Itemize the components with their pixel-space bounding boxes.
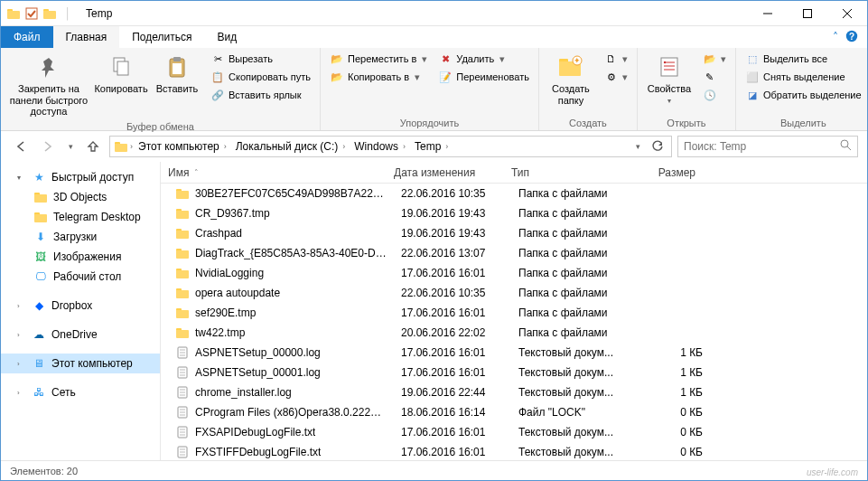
search-input[interactable] bbox=[684, 140, 835, 153]
copy-to-button[interactable]: 📂Копировать в▾ bbox=[326, 69, 431, 85]
tab-share[interactable]: Поделиться bbox=[119, 26, 204, 48]
table-row[interactable]: opera autoupdate22.06.2016 10:35Папка с … bbox=[161, 283, 867, 303]
pin-icon bbox=[34, 52, 63, 81]
copy-path-button[interactable]: 📋Скопировать путь bbox=[207, 69, 314, 85]
shortcut-icon: 🔗 bbox=[210, 88, 225, 102]
back-button[interactable] bbox=[10, 136, 32, 157]
recent-locations-button[interactable]: ▾ bbox=[64, 136, 77, 157]
qat-folder-icon[interactable] bbox=[42, 6, 57, 21]
up-button[interactable] bbox=[82, 136, 104, 157]
search-box[interactable] bbox=[677, 136, 858, 157]
move-icon: 📂 bbox=[330, 52, 344, 66]
svg-rect-6 bbox=[804, 9, 812, 17]
file-type: Папка с файлами bbox=[511, 267, 638, 279]
tab-home[interactable]: Главная bbox=[53, 26, 120, 48]
table-row[interactable]: ASPNETSetup_00001.log17.06.2016 16:01Тек… bbox=[161, 363, 867, 382]
invert-selection-button[interactable]: ◪Обратить выделение bbox=[742, 87, 865, 103]
forward-button[interactable] bbox=[37, 136, 59, 157]
rename-button[interactable]: 📝Переименовать bbox=[434, 69, 533, 85]
tab-view[interactable]: Вид bbox=[204, 26, 249, 48]
table-row[interactable]: FXSTIFFDebugLogFile.txt17.06.2016 16:01Т… bbox=[161, 442, 867, 460]
file-list[interactable]: 30BE27EFC07C65C49AD998B7A227412F-S...22.… bbox=[161, 184, 867, 460]
file-date: 17.06.2016 16:01 bbox=[394, 366, 511, 379]
address-bar[interactable]: › Этот компьютер› Локальный диск (C:)› W… bbox=[109, 136, 672, 157]
sidebar-item-pictures[interactable]: 🖼Изображения bbox=[1, 247, 160, 267]
pin-quickaccess-button[interactable]: Закрепить на панели быстрого доступа bbox=[6, 51, 91, 119]
address-dropdown-button[interactable]: ▾ bbox=[628, 137, 648, 156]
file-type: Папка с файлами bbox=[511, 247, 638, 259]
file-date: 22.06.2016 10:35 bbox=[394, 187, 511, 200]
col-size[interactable]: Размер bbox=[630, 166, 703, 179]
col-name[interactable]: Имя˄ bbox=[161, 166, 387, 179]
tab-file[interactable]: Файл bbox=[1, 26, 53, 48]
table-row[interactable]: NvidiaLogging17.06.2016 16:01Папка с фай… bbox=[161, 263, 867, 283]
sidebar-onedrive[interactable]: ›☁OneDrive bbox=[1, 325, 160, 344]
chevron-right-icon: › bbox=[17, 331, 26, 339]
table-row[interactable]: 30BE27EFC07C65C49AD998B7A227412F-S...22.… bbox=[161, 184, 867, 203]
navbar: ▾ › Этот компьютер› Локальный диск (C:)›… bbox=[1, 131, 867, 162]
folder-icon bbox=[175, 325, 190, 340]
sidebar-item-3dobjects[interactable]: 3D Objects bbox=[1, 187, 160, 207]
folder-icon bbox=[6, 6, 21, 21]
chevron-right-icon: › bbox=[17, 302, 26, 310]
table-row[interactable]: chrome_installer.log19.06.2016 22:44Текс… bbox=[161, 382, 867, 402]
sidebar-item-telegram[interactable]: Telegram Desktop bbox=[1, 207, 160, 227]
file-pane: Имя˄ Дата изменения Тип Размер 30BE27EFC… bbox=[161, 162, 867, 460]
new-folder-button[interactable]: ✦ Создать папку bbox=[545, 51, 597, 108]
table-row[interactable]: Crashpad19.06.2016 19:43Папка с файлами bbox=[161, 223, 867, 243]
svg-rect-29 bbox=[34, 214, 47, 222]
sidebar-network[interactable]: ›🖧Сеть bbox=[1, 382, 160, 402]
table-row[interactable]: DiagTrack_{E85C85A3-85A3-40E0-DA14-...22… bbox=[161, 243, 867, 263]
onedrive-icon: ☁ bbox=[32, 327, 46, 342]
help-icon[interactable]: ? bbox=[845, 30, 858, 45]
chevron-down-icon: ▾ bbox=[17, 174, 26, 182]
close-button[interactable] bbox=[827, 1, 867, 26]
edit-button[interactable]: ✎ bbox=[699, 69, 730, 85]
table-row[interactable]: tw422.tmp20.06.2016 22:02Папка с файлами bbox=[161, 323, 867, 343]
table-row[interactable]: sef290E.tmp17.06.2016 16:01Папка с файла… bbox=[161, 303, 867, 323]
sidebar-item-desktop[interactable]: 🖵Рабочий стол bbox=[1, 267, 160, 287]
sidebar-quickaccess[interactable]: ▾ ★ Быстрый доступ bbox=[1, 167, 160, 187]
file-name: chrome_installer.log bbox=[195, 386, 292, 399]
new-item-button[interactable]: 🗋▾ bbox=[601, 51, 631, 67]
easy-icon: ⚙ bbox=[604, 70, 619, 84]
open-button[interactable]: 📂▾ bbox=[699, 51, 730, 67]
svg-rect-35 bbox=[176, 231, 189, 239]
sidebar-dropbox[interactable]: ›◆Dropbox bbox=[1, 296, 160, 316]
maximize-button[interactable] bbox=[788, 1, 827, 26]
select-none-button[interactable]: ⬜Снять выделение bbox=[742, 69, 865, 85]
table-row[interactable]: CR_D9367.tmp19.06.2016 19:43Папка с файл… bbox=[161, 203, 867, 223]
sidebar-item-downloads[interactable]: ⬇Загрузки bbox=[1, 227, 160, 247]
checkbox-icon[interactable] bbox=[24, 6, 39, 21]
paste-shortcut-button[interactable]: 🔗Вставить ярлык bbox=[207, 87, 314, 103]
col-date[interactable]: Дата изменения bbox=[387, 166, 504, 179]
col-type[interactable]: Тип bbox=[504, 166, 630, 179]
refresh-button[interactable] bbox=[648, 137, 667, 156]
folder-icon bbox=[33, 210, 48, 224]
paste-button[interactable]: Вставить bbox=[151, 51, 203, 97]
file-name: ASPNETSetup_00000.log bbox=[195, 346, 321, 359]
delete-button[interactable]: ✖Удалить▾ bbox=[434, 51, 533, 67]
table-row[interactable]: FXSAPIDebugLogFile.txt17.06.2016 16:01Те… bbox=[161, 422, 867, 442]
file-name: CR_D9367.tmp bbox=[195, 207, 270, 220]
newitem-icon: 🗋 bbox=[604, 52, 619, 66]
ribbon-collapse-icon[interactable]: ˄ bbox=[833, 31, 838, 43]
table-row[interactable]: ASPNETSetup_00000.log17.06.2016 16:01Тек… bbox=[161, 343, 867, 363]
crumb-c[interactable]: Локальный диск (C:)› bbox=[232, 140, 350, 153]
file-date: 17.06.2016 16:01 bbox=[394, 346, 511, 359]
file-size: 1 КБ bbox=[638, 366, 710, 379]
properties-button[interactable]: Свойства ▾ bbox=[643, 51, 695, 107]
crumb-windows[interactable]: Windows› bbox=[350, 140, 409, 153]
table-row[interactable]: CProgram Files (x86)Opera38.0.2220.31op.… bbox=[161, 402, 867, 422]
select-all-button[interactable]: ⬚Выделить все bbox=[742, 51, 865, 67]
copy-button[interactable]: Копировать bbox=[95, 51, 147, 97]
cut-button[interactable]: ✂Вырезать bbox=[207, 51, 314, 67]
crumb-thispc[interactable]: Этот компьютер› bbox=[135, 140, 230, 153]
sidebar-thispc[interactable]: ›🖥Этот компьютер bbox=[1, 354, 160, 373]
crumb-temp[interactable]: Temp› bbox=[411, 140, 452, 153]
easy-access-button[interactable]: ⚙▾ bbox=[601, 69, 631, 85]
minimize-button[interactable] bbox=[748, 1, 788, 26]
svg-point-21 bbox=[664, 61, 666, 63]
move-to-button[interactable]: 📂Переместить в▾ bbox=[326, 51, 431, 67]
history-button[interactable]: 🕓 bbox=[699, 87, 730, 103]
